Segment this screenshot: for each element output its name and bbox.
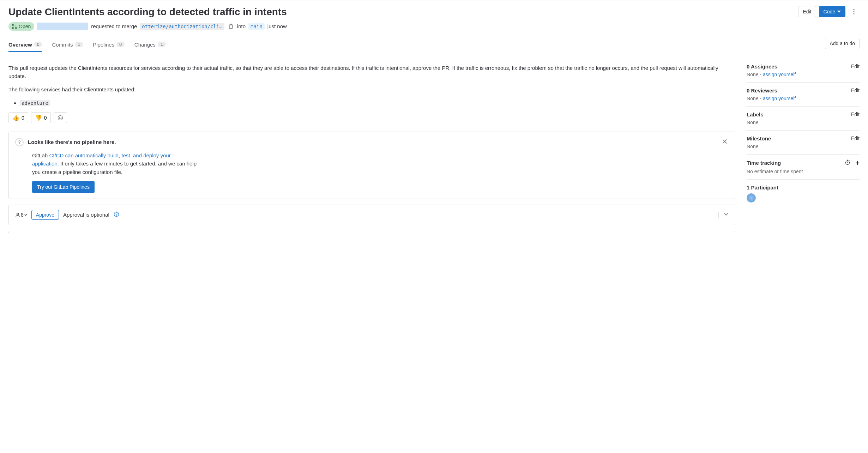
into-text: into bbox=[237, 23, 246, 29]
time-report-button[interactable] bbox=[845, 159, 850, 166]
tab-commits[interactable]: Commits 1 bbox=[52, 38, 83, 52]
tab-commits-count: 1 bbox=[75, 42, 83, 47]
sidebar-participants: 1 Participant bbox=[747, 180, 860, 207]
approval-widget: 8 Approve Approval is optional bbox=[8, 205, 735, 225]
tabs-row: Overview 0 Commits 1 Pipelines 0 Changes… bbox=[8, 38, 860, 52]
main-column: This pull request updates the ClientInte… bbox=[8, 59, 735, 240]
code-label: Code bbox=[824, 9, 835, 14]
tab-pipelines[interactable]: Pipelines 0 bbox=[93, 38, 125, 52]
add-todo-button[interactable]: Add a to do bbox=[825, 38, 860, 49]
chevron-down-icon bbox=[24, 214, 27, 216]
reactions: 👍 0 👎 0 bbox=[8, 112, 735, 123]
source-branch[interactable]: otterize/authorization/cli… bbox=[140, 23, 224, 30]
sidebar-assignees: 0 Assignees Edit None - assign yourself bbox=[747, 59, 860, 83]
milestone-edit-button[interactable]: Edit bbox=[851, 135, 860, 141]
participant-avatar[interactable] bbox=[747, 193, 756, 203]
svg-point-9 bbox=[59, 117, 60, 117]
header-actions: Edit Code bbox=[798, 6, 860, 17]
page-title: Update ClientIntents according to detect… bbox=[8, 6, 794, 18]
reviewers-edit-button[interactable]: Edit bbox=[851, 87, 860, 93]
thumbs-up-icon: 👍 bbox=[12, 114, 19, 121]
close-icon bbox=[722, 139, 727, 144]
labels-title: Labels bbox=[747, 111, 764, 117]
tab-overview-label: Overview bbox=[8, 42, 32, 48]
tab-changes[interactable]: Changes 1 bbox=[134, 38, 166, 52]
thumbs-up-button[interactable]: 👍 0 bbox=[8, 112, 28, 123]
svg-point-5 bbox=[16, 27, 17, 29]
status-line: Open requested to merge otterize/authori… bbox=[8, 22, 860, 31]
assignees-edit-button[interactable]: Edit bbox=[851, 64, 860, 69]
approval-help-button[interactable] bbox=[114, 211, 119, 218]
approval-optional-text: Approval is optional bbox=[63, 212, 109, 218]
content-split: This pull request updates the ClientInte… bbox=[8, 59, 860, 240]
svg-point-4 bbox=[12, 27, 14, 29]
tab-commits-label: Commits bbox=[52, 42, 73, 48]
tab-changes-count: 1 bbox=[158, 42, 166, 47]
description-p1: This pull request updates the ClientInte… bbox=[8, 64, 735, 80]
approvers-count: 8 bbox=[15, 212, 27, 218]
assignees-title: 0 Assignees bbox=[747, 64, 777, 70]
kebab-icon bbox=[853, 9, 855, 14]
svg-point-10 bbox=[61, 117, 61, 117]
thumbs-down-button[interactable]: 👎 0 bbox=[31, 112, 51, 123]
user-icon bbox=[15, 212, 20, 217]
tab-pipelines-count: 0 bbox=[116, 42, 125, 47]
add-reaction-button[interactable] bbox=[54, 112, 67, 123]
assign-yourself-link[interactable]: assign yourself bbox=[763, 72, 796, 77]
milestone-none: None bbox=[747, 144, 860, 149]
svg-rect-6 bbox=[229, 25, 233, 29]
pipeline-card: ? Looks like there's no pipeline here. G… bbox=[8, 132, 735, 199]
thumbs-up-count: 0 bbox=[22, 115, 24, 121]
service-name: adventure bbox=[20, 100, 50, 106]
tab-overview-count: 0 bbox=[34, 42, 42, 47]
tab-pipelines-label: Pipelines bbox=[93, 42, 114, 48]
tab-overview[interactable]: Overview 0 bbox=[8, 38, 42, 52]
thumbs-down-count: 0 bbox=[44, 115, 47, 121]
tab-changes-label: Changes bbox=[134, 42, 156, 48]
more-actions-button[interactable] bbox=[848, 6, 860, 17]
svg-point-11 bbox=[17, 213, 19, 215]
expand-approval-button[interactable] bbox=[718, 212, 729, 218]
assign-yourself-reviewer-link[interactable]: assign yourself bbox=[763, 96, 796, 101]
pipeline-body-prefix: GitLab bbox=[32, 152, 49, 158]
svg-point-0 bbox=[853, 9, 854, 10]
requested-text: requested to merge bbox=[91, 23, 137, 29]
svg-point-13 bbox=[116, 215, 117, 216]
approve-button[interactable]: Approve bbox=[31, 210, 59, 220]
tabs: Overview 0 Commits 1 Pipelines 0 Changes… bbox=[8, 38, 825, 52]
pipeline-card-header: ? Looks like there's no pipeline here. bbox=[15, 138, 729, 146]
author-link[interactable] bbox=[37, 23, 88, 30]
labels-edit-button[interactable]: Edit bbox=[851, 111, 860, 117]
milestone-title: Milestone bbox=[747, 135, 771, 141]
chevron-down-icon bbox=[724, 212, 729, 217]
status-text: Open bbox=[19, 24, 31, 29]
sidebar: 0 Assignees Edit None - assign yourself … bbox=[747, 59, 860, 240]
pipeline-card-title: Looks like there's no pipeline here. bbox=[28, 139, 717, 145]
header-row: Update ClientIntents according to detect… bbox=[8, 6, 860, 22]
sidebar-reviewers: 0 Reviewers Edit None - assign yourself bbox=[747, 83, 860, 107]
status-badge: Open bbox=[8, 22, 34, 31]
target-branch[interactable]: main bbox=[248, 23, 265, 30]
close-button[interactable] bbox=[721, 138, 729, 146]
approvers-count-value: 8 bbox=[21, 212, 24, 218]
add-time-button[interactable]: + bbox=[855, 159, 860, 167]
copy-branch-button[interactable] bbox=[227, 23, 234, 30]
question-icon: ? bbox=[15, 138, 24, 146]
description-list: adventure bbox=[8, 99, 735, 107]
chevron-down-icon bbox=[837, 10, 841, 13]
sidebar-time-tracking: Time tracking + No estimate or time spen… bbox=[747, 155, 860, 180]
merge-request-page: Update ClientIntents according to detect… bbox=[0, 0, 868, 246]
time-sub: No estimate or time spent bbox=[747, 169, 860, 174]
list-item: adventure bbox=[20, 99, 735, 107]
thumbs-down-icon: 👎 bbox=[35, 114, 42, 121]
edit-button[interactable]: Edit bbox=[798, 6, 816, 17]
sidebar-labels: Labels Edit None bbox=[747, 107, 860, 131]
try-pipelines-button[interactable]: Try out GitLab Pipelines bbox=[32, 181, 95, 193]
code-dropdown-button[interactable]: Code bbox=[819, 6, 845, 17]
question-circle-icon bbox=[114, 211, 119, 217]
mr-description: This pull request updates the ClientInte… bbox=[8, 64, 735, 107]
reviewers-title: 0 Reviewers bbox=[747, 87, 777, 93]
time-title: Time tracking bbox=[747, 160, 781, 166]
svg-point-1 bbox=[853, 11, 854, 12]
sidebar-milestone: Milestone Edit None bbox=[747, 131, 860, 155]
